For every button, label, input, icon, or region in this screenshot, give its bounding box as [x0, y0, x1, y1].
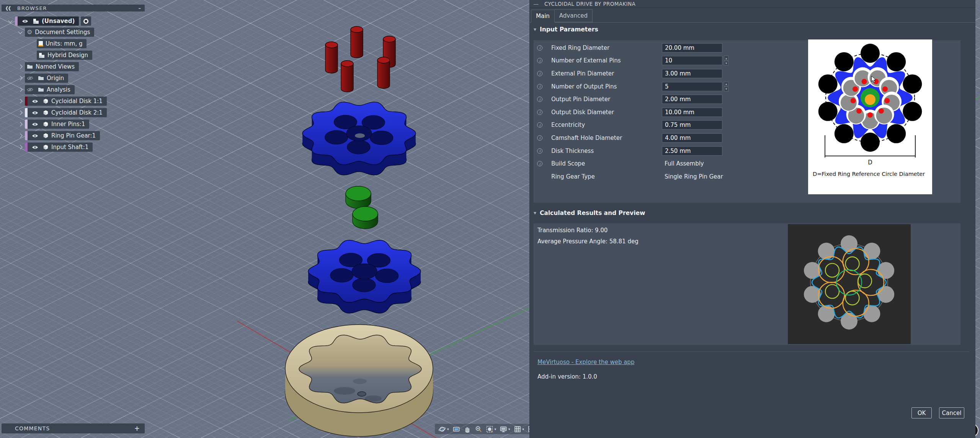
- ring-gear-type-dropdown[interactable]: Single Ring Pin Gear: [665, 173, 723, 180]
- fit-button[interactable]: ▾: [484, 424, 498, 434]
- info-icon[interactable]: i: [537, 122, 542, 128]
- display-settings-button[interactable]: ▾: [498, 424, 512, 434]
- tree-item-cycloidal-disk-1[interactable]: Cycloidal Disk 1:1: [17, 97, 107, 106]
- tree-item-origin[interactable]: Origin: [17, 74, 68, 83]
- pan-button[interactable]: [462, 424, 473, 434]
- tree-item-inner-pins[interactable]: Inner Pins:1: [17, 120, 89, 129]
- tree-item-named-views[interactable]: Named Views: [17, 62, 79, 71]
- info-icon[interactable]: i: [537, 45, 542, 51]
- mevirtuoso-link[interactable]: MeVirtuoso - Explore the web app: [537, 359, 634, 366]
- tree-item-units[interactable]: Units: mm, g: [37, 39, 87, 48]
- chevron-right-icon[interactable]: [17, 88, 24, 91]
- reference-diagram-image: D D=Fixed Ring Reference Circle Diameter: [808, 39, 932, 194]
- tree-item-ring-pin-gear[interactable]: Ring Pin Gear:1: [17, 131, 100, 140]
- tree-item-hybrid-design[interactable]: Hybrid Design: [37, 51, 92, 60]
- eye-icon[interactable]: [32, 134, 38, 138]
- component-color-bar: [15, 16, 18, 26]
- tree-item-document-settings[interactable]: ⚙ Document Settings: [17, 28, 94, 37]
- stepper-buttons[interactable]: ▲▼: [724, 56, 728, 66]
- radio-ring-icon[interactable]: [83, 19, 88, 24]
- eccentricity-input[interactable]: 0.75 mm: [662, 120, 722, 130]
- chevron-right-icon[interactable]: [17, 111, 24, 114]
- info-icon[interactable]: i: [537, 84, 542, 89]
- fixed-ring-diameter-input[interactable]: 20.00 mm: [662, 43, 722, 52]
- disk-thickness-input[interactable]: 2.50 mm: [662, 146, 722, 156]
- browser-title: BROWSER: [17, 5, 47, 11]
- minimize-icon[interactable]: –: [139, 5, 141, 11]
- tree-item-label: Origin: [47, 75, 64, 82]
- eye-icon[interactable]: [32, 99, 38, 103]
- chevron-right-icon[interactable]: [17, 146, 24, 149]
- look-at-button[interactable]: [451, 424, 462, 434]
- chevron-down-icon[interactable]: ▾: [508, 427, 510, 431]
- param-label: Disk Thickness: [551, 148, 594, 154]
- tab-advanced[interactable]: Advanced: [555, 9, 593, 22]
- tree-item-analysis[interactable]: Analysis: [17, 85, 75, 94]
- chevron-down-icon[interactable]: [17, 31, 24, 33]
- chevron-down-icon[interactable]: [7, 20, 14, 22]
- external-pin-diameter-input[interactable]: 3.00 mm: [662, 69, 722, 78]
- output-disk-diameter-input[interactable]: 10.00 mm: [662, 108, 722, 117]
- orbit-button[interactable]: ▾: [437, 424, 451, 434]
- tree-item-label: Ring Pin Gear:1: [51, 132, 96, 139]
- cancel-button[interactable]: Cancel: [939, 407, 964, 418]
- eye-icon[interactable]: [32, 145, 38, 149]
- grid-settings-button[interactable]: ▾: [512, 424, 526, 434]
- eye-icon[interactable]: [32, 111, 38, 115]
- tab-main[interactable]: Main: [531, 10, 555, 23]
- chevron-right-icon[interactable]: [17, 77, 24, 80]
- chevron-right-icon[interactable]: [17, 65, 24, 68]
- tree-item-cycloidal-disk-2[interactable]: Cycloidal Disk 2:1: [17, 108, 107, 117]
- eye-hidden-icon[interactable]: [27, 76, 33, 80]
- divider: [534, 351, 969, 352]
- chevron-down-icon[interactable]: ▾: [495, 427, 497, 431]
- chevron-down-icon[interactable]: ▾: [523, 427, 524, 431]
- chevron-right-icon[interactable]: [17, 100, 24, 103]
- info-icon[interactable]: i: [537, 135, 542, 141]
- output-pin-diameter-input[interactable]: 2.00 mm: [662, 95, 722, 104]
- info-icon[interactable]: i: [537, 110, 542, 115]
- component-color-bar: [25, 120, 28, 129]
- dimension-label: D: [808, 159, 932, 166]
- tree-item-input-shaft[interactable]: Input Shaft:1: [17, 143, 93, 152]
- tree-item-label: Document Settings: [35, 29, 90, 36]
- zoom-button[interactable]: [473, 424, 484, 434]
- collapse-panel-icon[interactable]: ❰❰: [5, 5, 10, 11]
- eye-hidden-icon[interactable]: [27, 87, 33, 92]
- tree-item-label: (Unsaved): [42, 18, 75, 25]
- add-comment-icon[interactable]: +: [134, 425, 140, 432]
- param-label: Output Pin Diameter: [551, 96, 610, 103]
- stepper-buttons[interactable]: ▲▼: [724, 82, 728, 92]
- cycloidal-drive-dialog: — CYCLOIDAL DRIVE BY PROMAKINA Main Adva…: [529, 0, 975, 438]
- chevron-down-icon[interactable]: ▾: [447, 427, 449, 431]
- transmission-ratio-text: Transmission Ratio: 9.00: [537, 227, 608, 234]
- param-label: Eccentricity: [551, 121, 585, 128]
- info-icon[interactable]: i: [537, 58, 542, 63]
- param-label: Ring Gear Type: [551, 173, 595, 180]
- build-scope-dropdown[interactable]: Full Assembly: [665, 160, 704, 167]
- mouse-cursor: [871, 76, 877, 85]
- info-icon[interactable]: i: [537, 97, 542, 102]
- eye-icon[interactable]: [32, 122, 38, 126]
- tree-item-label: Cycloidal Disk 2:1: [51, 109, 103, 116]
- component-icon: [33, 18, 39, 24]
- info-icon[interactable]: i: [537, 148, 542, 154]
- info-icon[interactable]: i: [537, 161, 542, 166]
- body-cube-icon: [43, 121, 49, 127]
- external-pins-count-input[interactable]: 10: [662, 56, 722, 65]
- activate-component-chip[interactable]: [81, 16, 91, 26]
- chevron-right-icon[interactable]: [17, 134, 24, 137]
- collapse-dialog-icon[interactable]: —: [533, 2, 539, 5]
- param-label: Number of External Pins: [551, 57, 621, 64]
- output-pins-count-input[interactable]: 5: [662, 82, 722, 91]
- chevron-right-icon[interactable]: [17, 123, 24, 126]
- camshaft-hole-diameter-input[interactable]: 4.00 mm: [662, 133, 722, 143]
- info-icon[interactable]: i: [537, 71, 542, 76]
- eye-icon[interactable]: [22, 19, 28, 23]
- ok-button[interactable]: OK: [911, 407, 932, 418]
- pressure-angle-text: Average Pressure Angle: 58.81 deg: [537, 238, 639, 245]
- section-header-input-parameters[interactable]: ▼ Input Parameters: [530, 26, 598, 33]
- comments-bar[interactable]: COMMENTS +: [2, 423, 145, 433]
- tree-item-root[interactable]: (Unsaved): [7, 16, 91, 26]
- section-header-calculated-results[interactable]: ▼ Calculated Results and Preview: [530, 210, 645, 217]
